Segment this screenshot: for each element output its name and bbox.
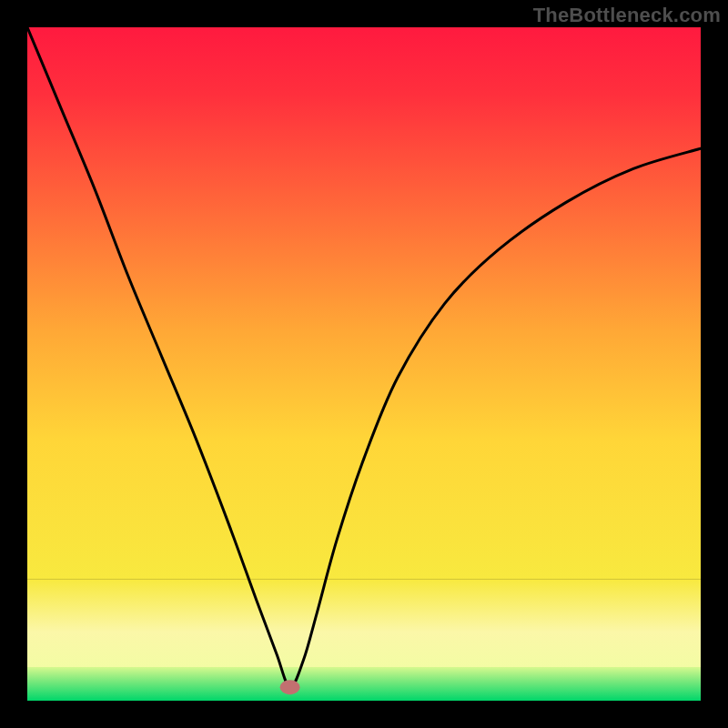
plot-area bbox=[27, 27, 701, 701]
watermark-label: TheBottleneck.com bbox=[533, 4, 721, 27]
plot-svg bbox=[27, 27, 701, 701]
svg-rect-0 bbox=[27, 27, 701, 580]
optimal-marker bbox=[280, 680, 300, 694]
chart-frame: TheBottleneck.com bbox=[0, 0, 728, 728]
svg-rect-2 bbox=[27, 667, 701, 701]
svg-rect-1 bbox=[27, 580, 701, 667]
